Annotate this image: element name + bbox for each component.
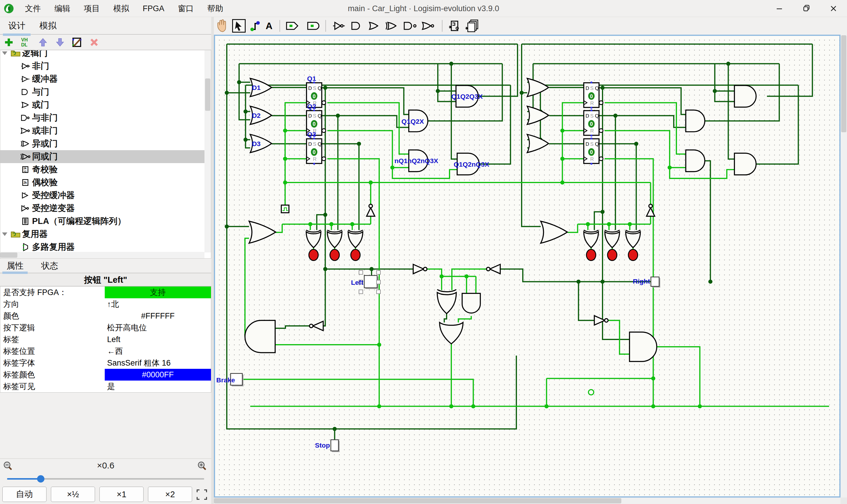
tree-item-0-7[interactable]: 同或门 [0, 150, 205, 163]
zoom-preset-0[interactable]: 自动 [2, 487, 47, 502]
odd-parity-icon: 2k+1 [19, 166, 32, 174]
canvas-vertical-scrollbar[interactable] [841, 35, 847, 498]
d-flipflop-2[interactable]: DSQ0R [307, 138, 326, 165]
attribute-value[interactable]: 是 [105, 381, 211, 392]
menu-3[interactable]: 模拟 [106, 3, 136, 14]
output-pin-tool-icon[interactable] [305, 19, 319, 33]
add-vhdl-icon[interactable]: VHDL [20, 36, 32, 48]
menu-0[interactable]: 文件 [18, 3, 48, 14]
add-circuit-icon[interactable] [3, 36, 15, 48]
tree-item-0-9[interactable]: 2k偶校验 [0, 176, 205, 189]
and-gate-tool-icon[interactable] [349, 19, 363, 33]
svg-text:2k: 2k [23, 181, 27, 184]
or-gate-down[interactable] [439, 322, 463, 344]
tree-item-0-1[interactable]: 缓冲器 [0, 73, 205, 86]
tree-item-0-12[interactable]: PLA（可编程逻辑阵列） [0, 215, 205, 228]
zoom-preset-3[interactable]: ×2 [148, 487, 192, 502]
minimize-button[interactable] [766, 0, 793, 17]
tree-item-0-6[interactable]: 异或门 [0, 137, 205, 150]
attribute-value[interactable]: ↑北 [105, 298, 211, 310]
nand-gate-tool-icon[interactable] [402, 19, 417, 33]
close-button[interactable] [820, 0, 847, 17]
delete-circuit-icon[interactable] [88, 36, 100, 48]
menu-4[interactable]: FPGA [136, 4, 171, 13]
menu-1[interactable]: 编辑 [48, 3, 77, 14]
tree-vertical-scrollbar[interactable] [205, 50, 211, 252]
svg-text:D: D [586, 113, 589, 119]
circuit-canvas[interactable]: DSQ0RDSQ0RDSQ0RDSQ0RDSQ0RDSQ0R [214, 35, 847, 504]
wire-junctions [225, 62, 730, 431]
tree-item-0-4[interactable]: 与非门 [0, 111, 205, 124]
poke-tool-icon[interactable] [216, 19, 228, 33]
attribute-value[interactable]: #0000FF [105, 369, 211, 381]
tree-item-0-5[interactable]: 或非门 [0, 124, 205, 137]
tab-properties[interactable]: 属性 [6, 258, 23, 273]
wiring-tool-icon[interactable] [250, 19, 260, 33]
menu-2[interactable]: 项目 [77, 3, 106, 14]
svg-text:Q: Q [595, 141, 599, 147]
xnor-gate[interactable] [437, 289, 456, 313]
attribute-value[interactable]: 支持 [105, 287, 211, 298]
tree-item-0-11[interactable]: 受控逆变器 [0, 202, 205, 215]
or-gate-tool-icon[interactable] [367, 19, 381, 33]
tab-state[interactable]: 状态 [41, 258, 58, 273]
xor-gate-tool-icon[interactable] [385, 19, 398, 33]
move-up-icon[interactable] [37, 36, 49, 48]
xor-gate-3[interactable] [584, 230, 599, 248]
xor-gate-2[interactable] [348, 230, 363, 248]
button-stop[interactable] [331, 439, 340, 452]
circuit-stack-icon[interactable] [465, 19, 480, 33]
attribute-value[interactable]: 松开高电位 [105, 322, 211, 334]
attribute-value[interactable]: ←西 [105, 345, 211, 357]
zoom-slider-thumb[interactable] [37, 475, 45, 483]
attribute-value[interactable]: Left [105, 334, 211, 345]
menu-6[interactable]: 帮助 [201, 3, 230, 14]
button-right[interactable] [651, 277, 660, 287]
zoom-in-icon[interactable] [197, 461, 207, 471]
restore-button[interactable] [793, 0, 820, 17]
input-pin-tool-icon[interactable] [286, 19, 301, 33]
tree-horizontal-scrollbar[interactable] [0, 252, 205, 258]
output-pin[interactable] [588, 390, 594, 395]
xor-gate-0[interactable] [306, 230, 321, 248]
xor-gate-5[interactable] [626, 230, 640, 248]
zoom-region-icon[interactable] [195, 488, 208, 501]
led[interactable] [309, 250, 638, 261]
tree-group-0[interactable]: 逻辑门 [0, 50, 205, 60]
tree-item-0-0[interactable]: 非门 [0, 60, 205, 73]
expander-icon[interactable] [0, 51, 9, 55]
zoom-slider[interactable] [7, 478, 204, 480]
xor-gate-4[interactable] [605, 230, 620, 248]
panel-splitter[interactable] [211, 17, 214, 504]
tree-group-1[interactable]: 复用器 [0, 228, 205, 241]
tree-item-0-10[interactable]: 受控缓冲器 [0, 189, 205, 202]
button-left[interactable] [364, 275, 378, 289]
expander-icon[interactable] [0, 232, 9, 236]
move-down-icon[interactable] [54, 36, 66, 48]
menu-5[interactable]: 窗口 [171, 3, 201, 14]
tab-simulate[interactable]: 模拟 [38, 17, 58, 34]
add-subcircuit-icon[interactable] [448, 19, 461, 33]
rename-circuit-icon[interactable] [71, 36, 83, 48]
not-gate-tool-icon[interactable] [332, 19, 345, 33]
tab-design[interactable]: 设计 [6, 17, 27, 34]
attribute-value[interactable]: #FFFFFF [105, 310, 211, 322]
tree-item-0-8[interactable]: 2k+1奇校验 [0, 163, 205, 176]
attribute-label: 是否支持 FPGA： [0, 287, 105, 298]
d-flipflop-5[interactable]: DSQ0R [584, 138, 603, 165]
canvas-horizontal-scrollbar[interactable] [214, 498, 841, 504]
zoom-preset-2[interactable]: ×1 [100, 487, 143, 502]
tree-item-0-2[interactable]: 与门 [0, 86, 205, 98]
xor-gate[interactable] [306, 230, 640, 248]
edit-tool-icon[interactable] [232, 19, 246, 33]
svg-text:R: R [590, 156, 594, 162]
circuit-schematic[interactable]: DSQ0RDSQ0RDSQ0RDSQ0RDSQ0RDSQ0R [215, 36, 839, 497]
xor-gate-1[interactable] [327, 230, 342, 248]
d-flipflop-4[interactable]: DSQ0R [584, 110, 603, 137]
zoom-preset-1[interactable]: ×½ [51, 487, 95, 502]
attribute-value[interactable]: SansSerif 粗体 16 [105, 357, 211, 369]
text-tool-icon[interactable]: A [264, 19, 274, 33]
clock-component[interactable] [281, 205, 289, 213]
nor-gate-tool-icon[interactable] [421, 19, 436, 33]
tree-item-0-3[interactable]: 或门 [0, 98, 205, 111]
